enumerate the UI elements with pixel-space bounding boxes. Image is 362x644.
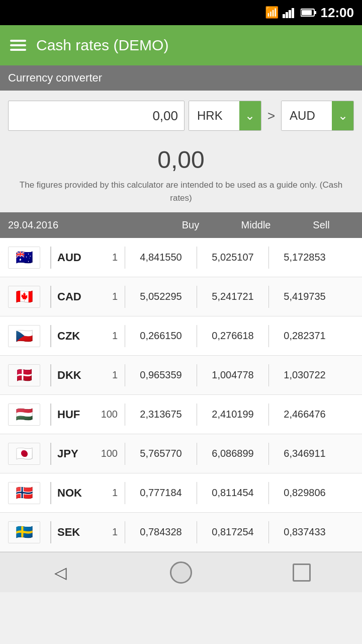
from-currency-selector[interactable]: HRK ⌄ xyxy=(189,101,261,131)
col-divider xyxy=(125,286,125,308)
buy-rate: 0,965359 xyxy=(128,369,194,381)
hamburger-menu[interactable] xyxy=(10,40,26,51)
to-currency-code: AUD xyxy=(282,101,332,130)
amount-input[interactable] xyxy=(8,101,185,131)
hamburger-line xyxy=(10,49,26,51)
bottom-navigation: ◁ xyxy=(0,552,362,592)
currency-unit: 100 xyxy=(93,448,118,459)
rates-date: 29.04.2016 xyxy=(8,219,158,231)
flag-icon: 🇸🇪 xyxy=(8,521,40,543)
row-divider xyxy=(50,521,51,543)
row-divider xyxy=(50,247,51,269)
flag-icon: 🇭🇺 xyxy=(8,404,40,426)
result-disclaimer: The figures provided by this calculator … xyxy=(8,179,354,204)
svg-rect-6 xyxy=(302,10,312,15)
rates-table: 🇦🇺 AUD 1 4,841550 5,025107 5,172853 🇨🇦 C… xyxy=(0,238,362,552)
back-icon: ◁ xyxy=(54,563,67,582)
row-divider xyxy=(50,325,51,347)
col-divider xyxy=(268,443,269,465)
wifi-icon: 📶 xyxy=(265,6,279,19)
battery-icon xyxy=(301,8,317,17)
svg-rect-2 xyxy=(289,10,291,18)
flag-icon: 🇩🇰 xyxy=(8,364,40,386)
converter-inputs: HRK ⌄ > AUD ⌄ xyxy=(0,91,362,141)
app-title: Cash rates (DEMO) xyxy=(36,37,168,54)
currency-unit: 1 xyxy=(93,291,118,302)
currency-unit: 100 xyxy=(93,409,118,420)
converter-section-header: Currency converter xyxy=(0,65,362,91)
col-divider xyxy=(125,364,125,386)
row-divider xyxy=(50,443,51,465)
nav-home-button[interactable] xyxy=(161,557,201,588)
sell-rate: 1,030722 xyxy=(272,369,337,381)
col-header-buy: Buy xyxy=(158,219,223,231)
nav-back-button[interactable]: ◁ xyxy=(40,557,80,588)
col-divider xyxy=(197,364,197,386)
buy-rate: 2,313675 xyxy=(128,409,194,420)
table-row[interactable]: 🇨🇿 CZK 1 0,266150 0,276618 0,282371 xyxy=(0,316,362,356)
col-divider xyxy=(197,247,197,269)
col-divider xyxy=(197,521,197,543)
sell-rate: 5,419735 xyxy=(272,291,337,302)
middle-rate: 6,086899 xyxy=(200,448,265,459)
recents-icon xyxy=(293,564,311,582)
from-currency-dropdown[interactable]: ⌄ xyxy=(239,101,261,130)
table-row[interactable]: 🇨🇦 CAD 1 5,052295 5,241721 5,419735 xyxy=(0,277,362,316)
status-time: 12:00 xyxy=(321,5,354,21)
row-divider xyxy=(50,286,51,308)
hamburger-line xyxy=(10,40,26,42)
col-divider xyxy=(268,286,269,308)
currency-code: AUD xyxy=(57,251,93,264)
currency-unit: 1 xyxy=(93,526,118,538)
table-row[interactable]: 🇳🇴 NOK 1 0,777184 0,811454 0,829806 xyxy=(0,473,362,513)
currency-unit: 1 xyxy=(93,369,118,381)
flag-icon: 🇯🇵 xyxy=(8,443,40,465)
buy-rate: 5,052295 xyxy=(128,291,194,302)
middle-rate: 2,410199 xyxy=(200,409,265,420)
buy-rate: 5,765770 xyxy=(128,448,194,459)
svg-rect-5 xyxy=(314,11,316,14)
flag-icon: 🇳🇴 xyxy=(8,482,40,504)
middle-rate: 0,276618 xyxy=(200,330,265,342)
buy-rate: 4,841550 xyxy=(128,252,194,263)
currency-code: DKK xyxy=(57,369,93,382)
table-row[interactable]: 🇯🇵 JPY 100 5,765770 6,086899 6,346911 xyxy=(0,434,362,473)
sell-rate: 6,346911 xyxy=(272,448,337,459)
svg-rect-0 xyxy=(283,14,285,18)
middle-rate: 1,004778 xyxy=(200,369,265,381)
col-divider xyxy=(125,443,125,465)
flag-icon: 🇦🇺 xyxy=(8,247,40,269)
hamburger-line xyxy=(10,44,26,46)
row-divider xyxy=(50,364,51,386)
col-divider xyxy=(268,404,269,426)
col-divider xyxy=(197,325,197,347)
app-header: Cash rates (DEMO) xyxy=(0,25,362,65)
buy-rate: 0,777184 xyxy=(128,487,194,499)
flag-icon: 🇨🇦 xyxy=(8,286,40,308)
middle-rate: 5,025107 xyxy=(200,252,265,263)
col-divider xyxy=(125,325,125,347)
middle-rate: 0,811454 xyxy=(200,487,265,499)
buy-rate: 0,784328 xyxy=(128,526,194,538)
table-row[interactable]: 🇭🇺 HUF 100 2,313675 2,410199 2,466476 xyxy=(0,395,362,434)
status-icons: 📶 12:00 xyxy=(265,5,354,21)
rates-table-header: 29.04.2016 Buy Middle Sell xyxy=(0,212,362,238)
row-divider xyxy=(50,482,51,504)
table-row[interactable]: 🇸🇪 SEK 1 0,784328 0,817254 0,837433 xyxy=(0,513,362,552)
flag-icon: 🇨🇿 xyxy=(8,325,40,347)
table-row[interactable]: 🇩🇰 DKK 1 0,965359 1,004778 1,030722 xyxy=(0,356,362,395)
col-header-sell: Sell xyxy=(289,219,354,231)
sell-rate: 0,837433 xyxy=(272,526,337,538)
col-divider xyxy=(125,247,125,269)
col-divider xyxy=(125,521,125,543)
to-currency-selector[interactable]: AUD ⌄ xyxy=(281,101,354,131)
sell-rate: 2,466476 xyxy=(272,409,337,420)
nav-recents-button[interactable] xyxy=(282,557,322,588)
col-divider xyxy=(197,443,197,465)
col-divider xyxy=(125,482,125,504)
row-divider xyxy=(50,404,51,426)
table-row[interactable]: 🇦🇺 AUD 1 4,841550 5,025107 5,172853 xyxy=(0,238,362,277)
buy-rate: 0,266150 xyxy=(128,330,194,342)
to-currency-dropdown[interactable]: ⌄ xyxy=(332,101,353,130)
currency-code: SEK xyxy=(57,526,93,539)
